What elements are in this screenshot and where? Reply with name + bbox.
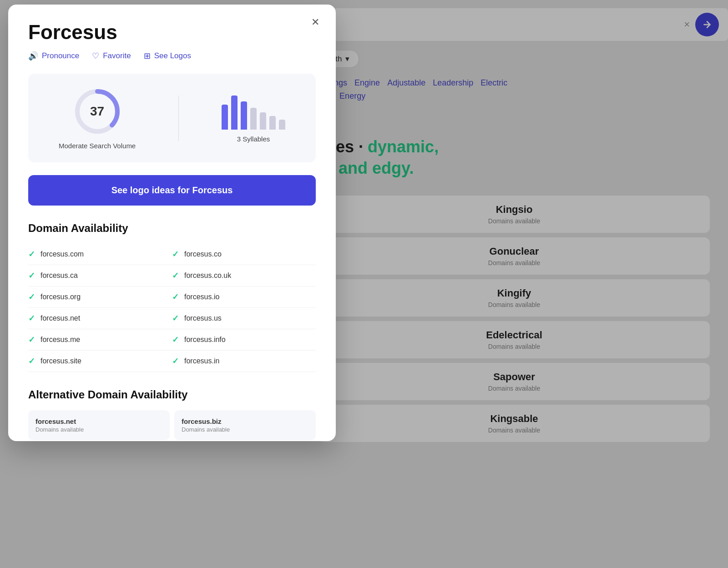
domain-grid: ✓ forcesus.com ✓ forcesus.co ✓ forcesus.… — [28, 244, 316, 372]
alt-domain-card-2[interactable]: forcesus.biz Domains available — [174, 410, 316, 440]
favorite-label: Favorite — [103, 51, 131, 60]
domain-name-com: forcesus.com — [40, 250, 84, 258]
domain-item-io: ✓ forcesus.io — [172, 287, 316, 308]
circular-progress: 37 — [72, 86, 122, 136]
domain-name-info: forcesus.info — [184, 336, 226, 344]
syl-bar-6 — [269, 116, 276, 130]
domain-name-site: forcesus.site — [40, 357, 81, 365]
check-icon-me: ✓ — [28, 335, 35, 345]
check-icon-com: ✓ — [28, 249, 35, 259]
domain-name-couk: forcesus.co.uk — [184, 271, 231, 280]
domain-item-us: ✓ forcesus.us — [172, 308, 316, 329]
domain-availability-title: Domain Availability — [28, 222, 316, 235]
domain-name-me: forcesus.me — [40, 336, 80, 344]
domain-name-ca: forcesus.ca — [40, 271, 78, 280]
domain-name-in: forcesus.in — [184, 357, 219, 365]
domain-item-info: ✓ forcesus.info — [172, 329, 316, 351]
search-volume-label: Moderate Search Volume — [59, 142, 136, 150]
alt-domain-card-1[interactable]: forcesus.net Domains available — [28, 410, 170, 440]
syllable-bars — [222, 93, 285, 130]
check-icon-net: ✓ — [28, 313, 35, 323]
domain-item-com: ✓ forcesus.com — [28, 244, 172, 265]
domain-item-in: ✓ forcesus.in — [172, 351, 316, 372]
search-volume-stat: 37 Moderate Search Volume — [59, 86, 136, 150]
pronounce-icon: 🔊 — [28, 51, 38, 61]
domain-item-couk: ✓ forcesus.co.uk — [172, 265, 316, 287]
syl-bar-3 — [241, 101, 247, 130]
check-icon-ca: ✓ — [28, 271, 35, 281]
alt-domain-grid: forcesus.net Domains available forcesus.… — [28, 410, 316, 440]
domain-item-co: ✓ forcesus.co — [172, 244, 316, 265]
check-icon-us: ✓ — [172, 313, 179, 323]
pronounce-label: Pronounce — [42, 51, 79, 60]
syl-bar-5 — [260, 112, 266, 130]
check-icon-in: ✓ — [172, 356, 179, 366]
logos-icon: ⊞ — [144, 51, 151, 61]
stat-divider — [178, 96, 179, 141]
modal: ✕ Forcesus 🔊 Pronounce ♡ Favorite ⊞ See … — [8, 5, 336, 441]
stats-section: 37 Moderate Search Volume — [28, 74, 316, 162]
check-icon-site: ✓ — [28, 356, 35, 366]
domain-availability-section: Domain Availability ✓ forcesus.com ✓ for… — [28, 222, 316, 372]
syllables-label: 3 Syllables — [237, 135, 270, 143]
domain-name-co: forcesus.co — [184, 250, 222, 258]
alt-domain-sub-2: Domains available — [182, 426, 308, 433]
pronounce-button[interactable]: 🔊 Pronounce — [28, 51, 79, 61]
domain-item-ca: ✓ forcesus.ca — [28, 265, 172, 287]
cta-button[interactable]: See logo ideas for Forcesus — [28, 175, 316, 206]
close-icon: ✕ — [311, 16, 319, 28]
check-icon-co: ✓ — [172, 249, 179, 259]
domain-item-site: ✓ forcesus.site — [28, 351, 172, 372]
alt-domain-name-1: forcesus.net — [35, 417, 162, 425]
favorite-button[interactable]: ♡ Favorite — [92, 51, 131, 61]
favorite-icon: ♡ — [92, 51, 99, 61]
check-icon-info: ✓ — [172, 335, 179, 345]
domain-item-me: ✓ forcesus.me — [28, 329, 172, 351]
syl-bar-7 — [279, 120, 285, 130]
alt-domain-section: Alternative Domain Availability forcesus… — [28, 388, 316, 440]
modal-close-button[interactable]: ✕ — [308, 15, 323, 30]
syl-bar-2 — [231, 96, 238, 130]
alt-domain-name-2: forcesus.biz — [182, 417, 308, 425]
check-icon-io: ✓ — [172, 292, 179, 302]
alt-domain-sub-1: Domains available — [35, 426, 162, 433]
domain-name-io: forcesus.io — [184, 293, 219, 301]
see-logos-label: See Logos — [154, 51, 191, 60]
see-logos-button[interactable]: ⊞ See Logos — [144, 51, 191, 61]
syl-bar-4 — [250, 108, 257, 130]
check-icon-org: ✓ — [28, 292, 35, 302]
domain-item-org: ✓ forcesus.org — [28, 287, 172, 308]
syllables-stat: 3 Syllables — [222, 93, 285, 143]
syl-bar-1 — [222, 105, 228, 130]
modal-title: Forcesus — [28, 21, 316, 44]
check-icon-couk: ✓ — [172, 271, 179, 281]
alt-domain-title: Alternative Domain Availability — [28, 388, 316, 401]
modal-actions: 🔊 Pronounce ♡ Favorite ⊞ See Logos — [28, 51, 316, 61]
domain-name-org: forcesus.org — [40, 293, 81, 301]
domain-item-net: ✓ forcesus.net — [28, 308, 172, 329]
domain-name-net: forcesus.net — [40, 314, 80, 322]
domain-name-us: forcesus.us — [184, 314, 222, 322]
score-number: 37 — [90, 104, 104, 119]
